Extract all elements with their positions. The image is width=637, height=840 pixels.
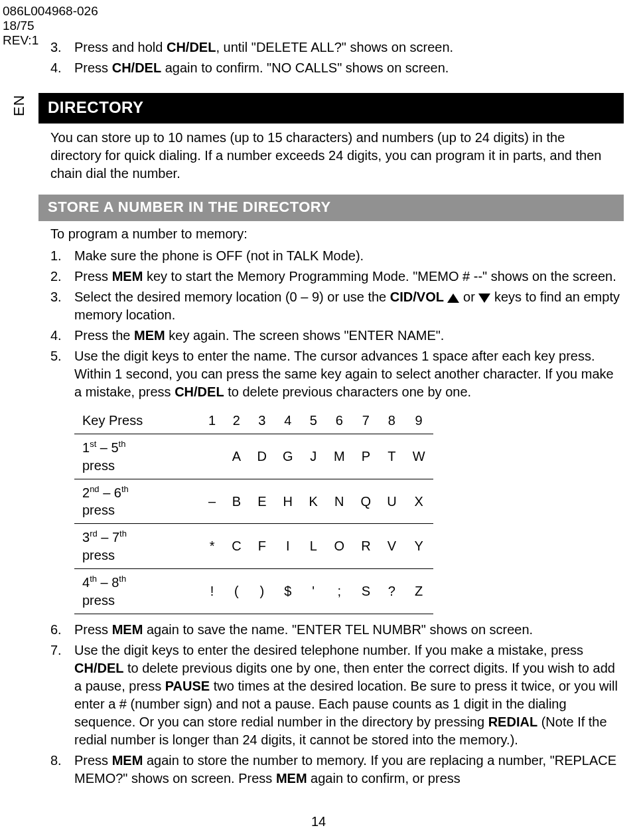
char-cell: T (379, 434, 404, 479)
char-cell: ! (200, 569, 224, 614)
list-item: 8.Press MEM again to store the number to… (50, 752, 624, 788)
step-text: Press the MEM key again. The screen show… (74, 327, 624, 345)
char-cell: ? (379, 569, 404, 614)
char-cell: D (249, 434, 275, 479)
step-text: Press MEM again to save the name. "ENTER… (74, 621, 624, 639)
char-cell: R (353, 524, 380, 569)
step-number: 5. (50, 347, 74, 401)
char-cell: J (301, 434, 326, 479)
step-text: Select the desired memory location (0 – … (74, 288, 624, 324)
char-cell: A (224, 434, 249, 479)
character-entry-table: Key Press1234567891st – 5th pressADGJMPT… (74, 408, 433, 614)
table-header-key: 5 (301, 408, 326, 434)
table-header-label: Key Press (74, 408, 200, 434)
char-cell: M (326, 434, 353, 479)
table-header-key: 8 (379, 408, 404, 434)
char-cell: O (326, 524, 353, 569)
char-cell: ( (224, 569, 249, 614)
page-number: 14 (0, 813, 637, 831)
step-text: Press MEM again to store the number to m… (74, 752, 624, 788)
step-text: Press and hold CH/DEL, until "DELETE ALL… (74, 39, 624, 56)
char-cell: N (326, 479, 353, 524)
char-cell (200, 434, 224, 479)
table-header-key: 4 (275, 408, 301, 434)
table-header-key: 9 (405, 408, 433, 434)
table-row: 1st – 5th pressADGJMPTW (74, 434, 433, 479)
table-row: 4th – 8th press!()$';S?Z (74, 569, 433, 614)
subsection-heading-store: STORE A NUMBER IN THE DIRECTORY (38, 195, 624, 221)
triangle-down-icon (478, 294, 490, 303)
triangle-up-icon (447, 294, 459, 303)
step-text: Make sure the phone is OFF (not in TALK … (74, 247, 624, 265)
char-cell: – (200, 479, 224, 524)
list-item: 3.Select the desired memory location (0 … (50, 288, 624, 324)
char-cell: B (224, 479, 249, 524)
table-row: 2nd – 6th press–BEHKNQUX (74, 479, 433, 524)
page-content: 3.Press and hold CH/DEL, until "DELETE A… (38, 39, 624, 790)
char-cell: X (405, 479, 433, 524)
step-text: Use the digit keys to enter the desired … (74, 641, 624, 749)
list-item: 7.Use the digit keys to enter the desire… (50, 641, 624, 749)
char-cell: G (275, 434, 301, 479)
char-cell: $ (275, 569, 301, 614)
step-number: 6. (50, 621, 74, 639)
char-cell: Y (405, 524, 433, 569)
step-number: 3. (50, 288, 74, 324)
step-text: Press MEM key to start the Memory Progra… (74, 268, 624, 286)
char-cell: * (200, 524, 224, 569)
row-label: 2nd – 6th press (74, 479, 200, 524)
char-cell: L (301, 524, 326, 569)
char-cell: C (224, 524, 249, 569)
step-text: Use the digit keys to enter the name. Th… (74, 347, 624, 401)
list-item: 3.Press and hold CH/DEL, until "DELETE A… (50, 39, 624, 56)
doc-page: 18/75 (3, 19, 98, 33)
step-number: 3. (50, 39, 74, 56)
char-cell: E (249, 479, 275, 524)
step-text: Press CH/DEL again to confirm. "NO CALLS… (74, 59, 624, 77)
char-cell: I (275, 524, 301, 569)
section-heading-directory: DIRECTORY (38, 93, 624, 124)
table-header-key: 1 (200, 408, 224, 434)
table-header-key: 6 (326, 408, 353, 434)
intro-steps: 3.Press and hold CH/DEL, until "DELETE A… (50, 39, 624, 77)
char-cell: K (301, 479, 326, 524)
char-cell: V (379, 524, 404, 569)
table-header-key: 3 (249, 408, 275, 434)
list-item: 4.Press CH/DEL again to confirm. "NO CAL… (50, 59, 624, 77)
char-cell: U (379, 479, 404, 524)
char-cell: P (353, 434, 380, 479)
row-label: 3rd – 7th press (74, 524, 200, 569)
char-cell: W (405, 434, 433, 479)
step-number: 4. (50, 59, 74, 77)
char-cell: ; (326, 569, 353, 614)
svg-marker-1 (478, 294, 490, 303)
step-number: 4. (50, 327, 74, 345)
list-item: 6.Press MEM again to save the name. "ENT… (50, 621, 624, 639)
step-number: 7. (50, 641, 74, 749)
list-item: 5.Use the digit keys to enter the name. … (50, 347, 624, 401)
table-header-key: 2 (224, 408, 249, 434)
char-cell: ' (301, 569, 326, 614)
step-number: 2. (50, 268, 74, 286)
store-steps-continued: 6.Press MEM again to save the name. "ENT… (50, 621, 624, 788)
row-label: 1st – 5th press (74, 434, 200, 479)
char-cell: F (249, 524, 275, 569)
char-cell: ) (249, 569, 275, 614)
table-row: 3rd – 7th press*CFILORVY (74, 524, 433, 569)
char-cell: Z (405, 569, 433, 614)
list-item: 1.Make sure the phone is OFF (not in TAL… (50, 247, 624, 265)
directory-intro: You can store up to 10 names (up to 15 c… (50, 129, 612, 183)
table-header-key: 7 (353, 408, 380, 434)
char-cell: Q (353, 479, 380, 524)
svg-marker-0 (447, 294, 459, 303)
row-label: 4th – 8th press (74, 569, 200, 614)
step-number: 8. (50, 752, 74, 788)
char-cell: S (353, 569, 380, 614)
char-cell: H (275, 479, 301, 524)
list-item: 4.Press the MEM key again. The screen sh… (50, 327, 624, 345)
language-tab: EN (9, 94, 29, 116)
list-item: 2.Press MEM key to start the Memory Prog… (50, 268, 624, 286)
doc-code: 086L004968-026 (3, 4, 98, 19)
store-steps: 1.Make sure the phone is OFF (not in TAL… (50, 247, 624, 401)
step-number: 1. (50, 247, 74, 265)
